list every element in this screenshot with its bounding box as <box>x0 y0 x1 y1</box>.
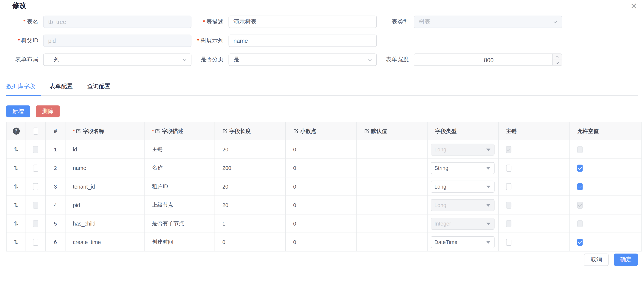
fields-table-wrap: ?#*字段名称*字段描述字段长度小数点默认值字段类型主键允许空值⇅1id主键20… <box>6 122 642 252</box>
column-header: 字段长度 <box>215 122 286 140</box>
form-width-input[interactable] <box>414 54 562 66</box>
sort-handle-icon[interactable]: ⇅ <box>14 165 18 171</box>
column-header: 字段类型 <box>428 122 498 140</box>
fields-table: ?#*字段名称*字段描述字段长度小数点默认值字段类型主键允许空值⇅1id主键20… <box>6 122 642 252</box>
row-select-checkbox[interactable] <box>33 183 38 190</box>
chevron-down-icon <box>182 57 187 62</box>
field-type-value: Long <box>434 146 446 152</box>
field-length-cell: 20 <box>215 196 286 214</box>
primary-key-checkbox[interactable] <box>506 238 512 246</box>
paging-select[interactable]: 是 <box>228 54 377 66</box>
cancel-button[interactable]: 取消 <box>584 254 608 266</box>
column-header-label: 默认值 <box>371 128 387 134</box>
tab-query-config[interactable]: 查询配置 <box>87 83 110 95</box>
default-value-cell <box>356 233 428 251</box>
field-type-value: Long <box>434 202 446 208</box>
select-all-checkbox[interactable] <box>33 128 38 134</box>
field-type-select[interactable]: DateTime <box>431 236 494 248</box>
primary-key-checkbox <box>506 202 512 208</box>
table-row: ⇅1id主键200Long <box>6 140 641 159</box>
decimal-point-cell: 0 <box>286 177 356 196</box>
field-type-select[interactable]: Long <box>431 180 494 192</box>
field-desc-cell: 是否有子节点 <box>144 214 215 233</box>
step-up-button[interactable] <box>553 54 562 60</box>
caret-down-icon <box>486 186 490 188</box>
form-width-label: 表单宽度 <box>377 56 409 64</box>
chevron-up-icon <box>555 55 559 58</box>
field-name-cell: name <box>65 159 144 177</box>
nullable-checkbox[interactable] <box>577 238 583 246</box>
field-type-select[interactable]: String <box>431 162 494 174</box>
sort-handle-icon[interactable]: ⇅ <box>14 146 18 153</box>
row-select-checkbox <box>33 146 38 153</box>
field-type-select: Long <box>431 144 494 155</box>
form-row-3: 表单布局 一列 是否分页 是 表单宽度 <box>2 54 638 66</box>
form-layout-select[interactable]: 一列 <box>43 54 192 66</box>
tree-display-input[interactable] <box>228 34 377 47</box>
decimal-point-cell: 0 <box>286 233 356 251</box>
field-desc-cell: 上级节点 <box>144 196 215 214</box>
edit-icon <box>293 128 299 134</box>
column-header: *字段描述 <box>144 122 215 140</box>
help-icon[interactable]: ? <box>12 128 20 134</box>
required-marker: * <box>152 128 154 134</box>
close-icon[interactable]: ✕ <box>630 2 638 10</box>
row-index-cell: 6 <box>46 233 65 251</box>
field-type-select: Integer <box>431 218 494 230</box>
edit-icon <box>76 128 81 134</box>
required-marker: * <box>197 38 199 44</box>
field-length-cell: 0 <box>215 233 286 251</box>
field-type-value: String <box>434 165 448 171</box>
table-desc-input[interactable] <box>228 16 377 28</box>
form-row-1: *表名 *表描述 表类型 树表 <box>2 16 638 28</box>
nullable-checkbox[interactable] <box>577 183 583 190</box>
primary-key-checkbox[interactable] <box>506 164 512 172</box>
caret-down-icon <box>486 167 490 169</box>
active-tab-indicator <box>6 95 41 96</box>
nullable-checkbox <box>577 146 583 153</box>
default-value-cell <box>356 159 428 177</box>
table-desc-label: *表描述 <box>192 18 224 26</box>
sort-handle-icon[interactable]: ⇅ <box>14 220 18 227</box>
sort-handle-icon[interactable]: ⇅ <box>14 183 18 190</box>
modify-dialog: 修改 ✕ *表名 *表描述 表类型 树表 *树父ID *树展示列 表单布局 一列 <box>0 0 644 292</box>
primary-key-checkbox[interactable] <box>506 183 512 190</box>
delete-button[interactable]: 删除 <box>36 105 60 117</box>
row-select-checkbox[interactable] <box>33 238 38 246</box>
field-desc-cell: 创建时间 <box>144 233 215 251</box>
field-name-cell: has_child <box>65 214 144 233</box>
field-type-select: Long <box>431 199 494 211</box>
caret-down-icon <box>486 222 490 225</box>
tab-form-config[interactable]: 表单配置 <box>50 83 73 95</box>
column-header: 默认值 <box>356 122 428 140</box>
sort-handle-icon[interactable]: ⇅ <box>14 202 18 208</box>
caret-down-icon <box>486 204 490 206</box>
table-config-form: *表名 *表描述 表类型 树表 *树父ID *树展示列 表单布局 一列 是否分页 <box>2 16 638 72</box>
chevron-down-icon <box>368 57 373 62</box>
column-header: *字段名称 <box>65 122 144 140</box>
table-type-label: 表类型 <box>377 18 409 26</box>
confirm-button[interactable]: 确定 <box>614 254 638 266</box>
edit-icon <box>222 128 228 134</box>
nullable-checkbox <box>577 202 583 208</box>
dialog-footer: 取消 确定 <box>584 254 638 266</box>
add-button[interactable]: 新增 <box>6 105 30 117</box>
chevron-down-icon <box>553 20 558 25</box>
step-down-button[interactable] <box>553 60 562 66</box>
tab-bar: 数据库字段 表单配置 查询配置 <box>6 82 638 96</box>
row-select-checkbox[interactable] <box>33 164 38 172</box>
field-desc-cell: 名称 <box>144 159 215 177</box>
table-name-input <box>43 16 192 28</box>
sort-handle-icon[interactable]: ⇅ <box>14 239 18 245</box>
default-value-cell <box>356 196 428 214</box>
form-width-stepper[interactable] <box>414 54 562 66</box>
nullable-checkbox[interactable] <box>577 164 583 172</box>
decimal-point-cell: 0 <box>286 159 356 177</box>
stepper-buttons <box>552 54 562 66</box>
tab-database-fields[interactable]: 数据库字段 <box>6 83 35 95</box>
tree-parent-label: *树父ID <box>2 37 38 44</box>
tree-display-label: *树展示列 <box>192 37 224 44</box>
caret-down-icon <box>486 148 490 151</box>
form-row-2: *树父ID *树展示列 <box>2 34 638 47</box>
field-type-value: DateTime <box>434 239 458 245</box>
